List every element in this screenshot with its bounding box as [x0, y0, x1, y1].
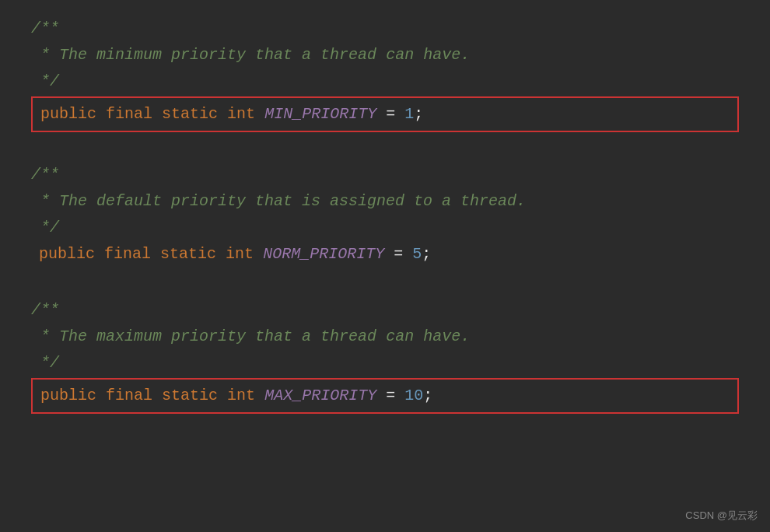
comment-max-3: */ [31, 350, 739, 376]
comment-line-1: /** [31, 16, 739, 42]
spacer-2 [31, 275, 739, 297]
comment-max-2: * The maximum priority that a thread can… [31, 324, 739, 350]
comment-line-2: * The minimum priority that a thread can… [31, 42, 739, 68]
section-norm-priority: /** * The default priority that is assig… [31, 162, 739, 268]
norm-priority-code: public final static int NORM_PRIORITY = … [31, 241, 739, 268]
section-max-priority: /** * The maximum priority that a thread… [31, 297, 739, 414]
watermark: CSDN @见云彩 [685, 509, 758, 523]
comment-norm-1: /** [31, 162, 739, 188]
comment-norm-3: */ [31, 215, 739, 241]
comment-max-1: /** [31, 297, 739, 324]
min-priority-code: public final static int MIN_PRIORITY = 1… [31, 96, 739, 132]
comment-norm-2: * The default priority that is assigned … [31, 188, 739, 215]
comment-line-3: */ [31, 68, 739, 95]
spacer-1 [31, 140, 739, 162]
section-min-priority: /** * The minimum priority that a thread… [31, 16, 739, 132]
max-priority-code: public final static int MAX_PRIORITY = 1… [31, 378, 739, 414]
code-container: /** * The minimum priority that a thread… [0, 0, 770, 437]
